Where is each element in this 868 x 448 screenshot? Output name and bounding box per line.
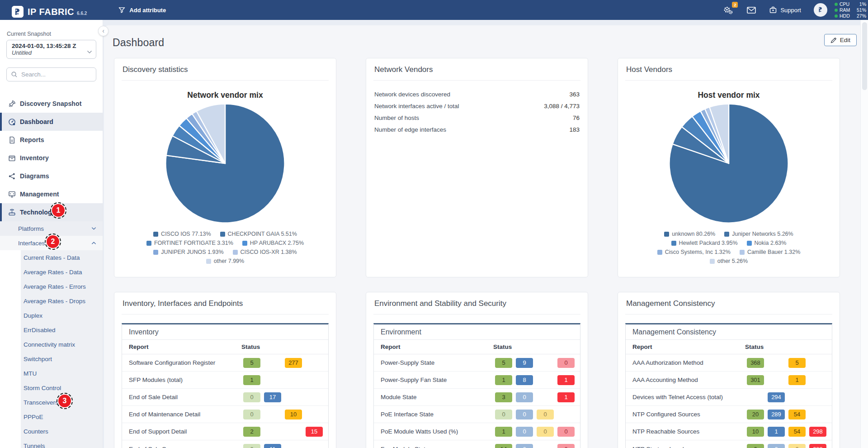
status-badge-yellow-pale[interactable]: 0 — [537, 410, 554, 419]
legend-item-juniper-junos[interactable]: JUNIPER JUNOS 1.93% — [153, 249, 223, 255]
status-badge-green[interactable]: 20 — [747, 410, 764, 419]
sidebar-item-diagrams[interactable]: Diagrams — [0, 167, 103, 185]
sidebar-item-switchport[interactable]: Switchport — [0, 352, 103, 366]
legend-item-nokia[interactable]: Nokia 2.63% — [747, 240, 787, 246]
sidebar-item-storm-control[interactable]: Storm Control — [0, 381, 103, 395]
status-badge-green[interactable]: 3 — [495, 392, 512, 402]
status-badge-blue[interactable]: 289 — [768, 410, 785, 419]
status-badge-green[interactable]: 2 — [243, 427, 260, 437]
status-badge-green[interactable]: 5 — [243, 358, 260, 368]
sidebar-item-tunnels[interactable]: Tunnels — [0, 438, 103, 448]
add-attribute-button[interactable]: Add attribute — [118, 7, 166, 14]
legend-item-hewlett-packard[interactable]: Hewlett Packard 3.95% — [671, 240, 738, 246]
sidebar-item-errdisabled[interactable]: ErrDisabled — [0, 323, 103, 337]
sidebar-item-inventory[interactable]: Inventory — [0, 149, 103, 167]
status-badge-yellow[interactable]: 54 — [788, 427, 806, 437]
support-button[interactable]: Support — [769, 6, 801, 14]
table-row-poe-module-watts-used: PoE Module Watts Used (%)1000 — [374, 423, 580, 440]
edit-button[interactable]: Edit — [824, 34, 857, 46]
status-badge-red[interactable]: 15 — [306, 427, 323, 437]
app-logo[interactable]: IP FABRIC 6.6.2 — [12, 3, 87, 17]
filter-funnel-icon — [118, 7, 125, 13]
sidebar-item-duplex[interactable]: Duplex — [0, 308, 103, 323]
status-badge-green[interactable]: 1 — [495, 427, 512, 437]
legend-item-unknown[interactable]: unknown 80.26% — [664, 231, 715, 237]
status-badge-blue[interactable]: 8 — [516, 375, 533, 385]
status-badge-yellow[interactable]: 5 — [788, 358, 806, 368]
status-badge-blue-pale[interactable]: 0 — [768, 444, 785, 448]
snapshot-select[interactable]: 2024-01-03, 13:45:28 Z Untitled — [6, 40, 96, 59]
status-badge-yellow-pale[interactable]: 0 — [788, 444, 806, 448]
legend-item-camille-bauer[interactable]: Camille Bauer 1.32% — [740, 249, 800, 255]
status-badge-yellow[interactable]: 10 — [285, 410, 302, 419]
status-badge-yellow[interactable]: 54 — [788, 410, 806, 419]
status-badge-yellow[interactable]: 277 — [285, 358, 302, 368]
status-badge-green[interactable]: 14 — [495, 444, 512, 448]
legend-item-cisco-ios-xr[interactable]: CISCO IOS-XR 1.38% — [233, 249, 297, 255]
status-badge-blue[interactable]: 1 — [768, 427, 785, 437]
status-badge-green[interactable]: 10 — [747, 427, 764, 437]
status-badge-blue[interactable]: 294 — [768, 392, 785, 402]
status-badge-blue[interactable]: 11 — [264, 444, 281, 448]
legend-item-other[interactable]: other 5.26% — [710, 258, 748, 264]
status-badge-red[interactable]: 1 — [557, 392, 575, 402]
sidebar-item-average-rates-drops[interactable]: Average Rates - Drops — [0, 294, 103, 308]
user-avatar[interactable] — [814, 3, 827, 17]
status-badge-yellow-pale[interactable]: 0 — [537, 427, 554, 437]
status-badge-blue[interactable]: 17 — [264, 392, 281, 402]
sidebar-item-pppoe[interactable]: PPPoE — [0, 410, 103, 424]
status-badge-green[interactable]: 0 — [747, 444, 764, 448]
status-badge-blue-pale[interactable]: 0 — [516, 444, 533, 448]
status-badge-green-pale[interactable]: 0 — [495, 410, 512, 419]
status-badge-green[interactable]: 1 — [495, 375, 512, 385]
sidebar-item-transceivers[interactable]: Transceivers — [0, 395, 103, 410]
status-badge-blue[interactable]: 9 — [516, 358, 533, 368]
status-badge-green[interactable]: 301 — [747, 375, 764, 385]
status-badge-blue-pale[interactable]: 0 — [516, 427, 533, 437]
sidebar-item-average-rates-data[interactable]: Average Rates - Data — [0, 265, 103, 279]
status-badge-green[interactable]: 368 — [747, 358, 764, 368]
legend-item-hp-arubacx[interactable]: HP ARUBACX 2.75% — [242, 240, 304, 246]
status-badge-red[interactable]: 288 — [809, 444, 826, 448]
status-badge-green-pale[interactable]: 0 — [243, 444, 260, 448]
legend-item-fortinet-fortigate[interactable]: FORTINET FORTIGATE 3.31% — [146, 240, 233, 246]
legend-swatch-icon — [664, 232, 669, 237]
sidebar-item-reports[interactable]: Reports — [0, 131, 103, 149]
messages-envelope-icon[interactable] — [747, 7, 756, 14]
settings-gears-icon[interactable]: 2 — [723, 6, 733, 14]
sidebar-item-dashboard[interactable]: Dashboard — [0, 113, 103, 131]
sidebar-collapse-button[interactable]: ‹ — [98, 26, 108, 36]
status-badge-red-pale[interactable]: 0 — [557, 444, 575, 448]
sidebar-item-connectivity-matrix[interactable]: Connectivity matrix — [0, 337, 103, 352]
sidebar-item-discovery-snapshot[interactable]: Discovery Snapshot — [0, 95, 103, 113]
status-badge-blue-pale[interactable]: 0 — [516, 392, 533, 402]
legend-item-juniper-networks[interactable]: Juniper Networks 5.26% — [724, 231, 793, 237]
status-badge-green[interactable]: 1 — [243, 375, 260, 385]
sidebar-search[interactable] — [6, 67, 96, 81]
status-badge-red-pale[interactable]: 0 — [557, 427, 575, 437]
sidebar-item-current-rates-data[interactable]: Current Rates - Data — [0, 250, 103, 265]
sidebar-item-management[interactable]: Management — [0, 185, 103, 203]
legend-item-cisco-systems-inc[interactable]: Cisco Systems, Inc 1.32% — [657, 249, 731, 255]
status-badge-red[interactable]: 1 — [557, 375, 575, 385]
search-input[interactable] — [21, 71, 89, 78]
status-badge-blue-pale[interactable]: 0 — [516, 410, 533, 419]
sidebar-item-average-rates-errors[interactable]: Average Rates - Errors — [0, 279, 103, 294]
legend-item-other[interactable]: other 7.99% — [206, 258, 244, 264]
legend-item-cisco-ios[interactable]: CISCO IOS 77.13% — [153, 231, 211, 237]
sidebar-item-mtu[interactable]: MTU — [0, 366, 103, 381]
legend-item-checkpoint-gaia[interactable]: CHECKPOINT GAIA 5.51% — [220, 231, 297, 237]
status-badge-green-pale[interactable]: 0 — [243, 410, 260, 419]
sidebar-item-platforms[interactable]: Platforms — [0, 221, 103, 236]
scrollbar-thumb[interactable] — [862, 22, 867, 90]
status-badge-red-pale[interactable]: 0 — [557, 358, 575, 368]
status-badge-green-pale[interactable]: 0 — [243, 392, 260, 402]
status-badge-red[interactable]: 298 — [809, 427, 826, 437]
status-badge-green[interactable]: 5 — [495, 358, 512, 368]
content-panel: Dashboard Edit Discovery statistics Netw… — [104, 25, 868, 448]
status-badge-yellow[interactable]: 1 — [788, 375, 806, 385]
sidebar: Current Snapshot 2024-01-03, 13:45:28 Z … — [0, 20, 103, 448]
sidebar-item-counters[interactable]: Counters — [0, 424, 103, 438]
support-briefcase-icon — [769, 6, 777, 14]
page-scrollbar[interactable] — [860, 20, 868, 448]
